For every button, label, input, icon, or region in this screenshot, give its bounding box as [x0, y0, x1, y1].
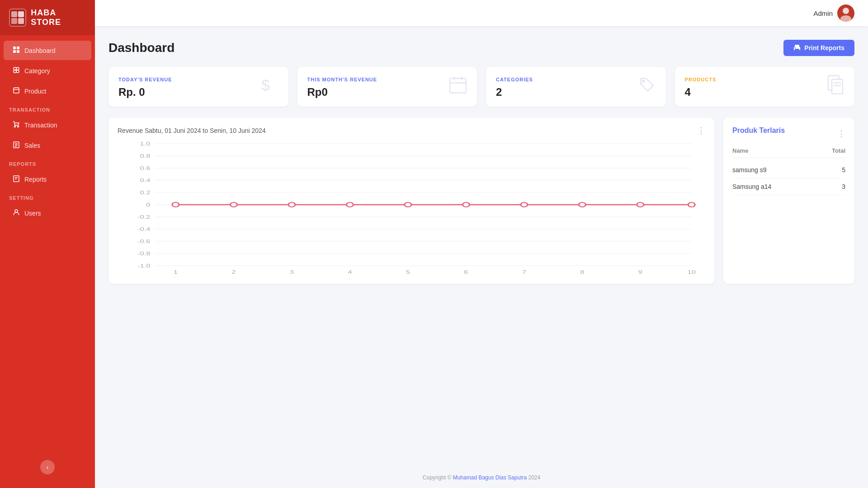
category-icon — [13, 66, 20, 75]
page-title: Dashboard — [108, 41, 175, 55]
svg-text:0.4: 0.4 — [140, 178, 150, 183]
stat-value: Rp. 0 — [118, 86, 278, 99]
stat-cards: TODAY'S REVENUE Rp. 0 $ THIS MONTH'S REV… — [108, 67, 854, 107]
stat-label: TODAY'S REVENUE — [118, 77, 278, 82]
footer-link[interactable]: Muhamad Bagus Dias Saputra — [453, 474, 527, 481]
svg-point-81 — [637, 202, 644, 207]
chart-title: Revenue Sabtu, 01 Juni 2024 to Senin, 10… — [118, 127, 266, 134]
svg-text:1.0: 1.0 — [140, 141, 150, 146]
svg-text:-0.2: -0.2 — [137, 214, 151, 220]
sidebar-item-label: Users — [24, 210, 41, 217]
sidebar-item-transaction[interactable]: Transaction — [4, 115, 91, 135]
dashboard-icon — [13, 46, 20, 55]
svg-text:4: 4 — [348, 269, 352, 275]
svg-text:2: 2 — [231, 269, 236, 275]
sidebar-item-reports[interactable]: Reports — [4, 169, 91, 189]
sidebar-nav: Dashboard Category Product TRANSACTION T… — [0, 35, 95, 488]
sidebar-item-label: Category — [24, 67, 50, 75]
chart-svg: 1.0 0.8 0.6 0.4 0.2 0 -0.2 -0.4 -0.6 -0.… — [118, 139, 705, 275]
stat-label: CATEGORIES — [496, 77, 656, 82]
svg-rect-6 — [13, 50, 16, 53]
svg-point-8 — [14, 67, 16, 70]
svg-rect-7 — [17, 50, 19, 53]
username-label: Admin — [813, 9, 833, 17]
avatar — [837, 5, 854, 22]
svg-rect-1 — [18, 11, 24, 17]
svg-point-36 — [642, 80, 644, 82]
stat-card-today-revenue: TODAY'S REVENUE Rp. 0 $ — [108, 67, 288, 107]
stat-card-products: PRODUCTS 4 — [675, 67, 855, 107]
svg-text:$: $ — [261, 76, 270, 94]
product-icon — [13, 87, 20, 95]
svg-rect-12 — [14, 88, 19, 93]
table-row: Samsung a14 3 — [732, 178, 845, 195]
col-name-header: Name — [732, 147, 748, 154]
svg-point-79 — [521, 202, 528, 207]
svg-point-10 — [14, 70, 16, 73]
chart-card: Revenue Sabtu, 01 Juni 2024 to Senin, 10… — [108, 117, 714, 284]
nav-section-transaction: TRANSACTION — [0, 102, 95, 114]
stat-value: 4 — [685, 86, 845, 99]
svg-text:-0.8: -0.8 — [137, 251, 151, 256]
sidebar-item-label: Reports — [24, 176, 47, 183]
footer-year: 2024 — [528, 474, 540, 481]
svg-point-11 — [16, 70, 19, 73]
print-reports-button[interactable]: Print Reports — [783, 40, 854, 56]
svg-point-74 — [230, 202, 237, 207]
stat-value: Rp0 — [307, 86, 467, 99]
footer: Copyright © Muhamad Bagus Dias Saputra 2… — [95, 467, 868, 488]
svg-text:9: 9 — [638, 269, 642, 275]
svg-point-15 — [18, 126, 19, 127]
main-content: Admin Dashboard Print Reports — [95, 0, 868, 488]
nav-section-reports: REPORTS — [0, 156, 95, 169]
chart-menu-dots[interactable]: ⋮ — [697, 127, 705, 135]
sidebar-item-sales[interactable]: Sales — [4, 136, 91, 155]
svg-point-78 — [462, 202, 469, 207]
col-total-header: Total — [832, 147, 845, 154]
top-products-menu-dots[interactable]: ⋮ — [837, 130, 845, 138]
svg-text:-1.0: -1.0 — [137, 263, 151, 268]
svg-rect-5 — [17, 47, 19, 49]
sidebar-item-product[interactable]: Product — [4, 81, 91, 101]
svg-rect-3 — [18, 18, 24, 24]
sidebar-item-label: Dashboard — [24, 47, 56, 54]
sidebar-item-label: Product — [24, 88, 46, 95]
svg-rect-4 — [13, 47, 16, 49]
svg-text:5: 5 — [406, 269, 410, 275]
sidebar-item-label: Sales — [24, 142, 40, 149]
top-products-title: Produk Terlaris — [732, 127, 785, 135]
svg-rect-30 — [795, 47, 796, 48]
product-name: samsung s9 — [732, 166, 766, 174]
svg-point-23 — [15, 210, 18, 212]
page-header: Dashboard Print Reports — [108, 40, 854, 56]
calendar-icon — [448, 75, 468, 99]
svg-rect-38 — [832, 80, 843, 94]
topbar: Admin — [95, 0, 868, 26]
svg-rect-2 — [11, 18, 17, 24]
sidebar-item-category[interactable]: Category — [4, 61, 91, 80]
file-icon — [826, 75, 845, 99]
sales-icon — [13, 141, 20, 150]
product-total: 5 — [842, 166, 845, 174]
sidebar-item-users[interactable]: Users — [4, 203, 91, 223]
product-total: 3 — [842, 183, 845, 190]
svg-text:0.6: 0.6 — [140, 165, 150, 171]
svg-point-14 — [14, 126, 16, 127]
app-name: HABA STORE — [31, 8, 86, 27]
tag-icon — [637, 75, 657, 99]
svg-text:6: 6 — [464, 269, 468, 275]
nav-section-setting: SETTING — [0, 190, 95, 202]
top-products-card: Produk Terlaris ⋮ Name Total samsung s9 … — [723, 117, 854, 284]
top-products-header: Name Total — [732, 147, 845, 158]
dollar-icon: $ — [259, 75, 279, 99]
sidebar-item-dashboard[interactable]: Dashboard — [4, 41, 91, 60]
svg-text:0.8: 0.8 — [140, 153, 150, 159]
footer-text: Copyright © — [423, 474, 452, 481]
sidebar-toggle-button[interactable]: ‹ — [40, 460, 55, 474]
svg-rect-0 — [11, 11, 17, 17]
svg-text:7: 7 — [522, 269, 526, 275]
sidebar-logo: HABA STORE — [0, 0, 95, 35]
sidebar-item-label: Transaction — [24, 122, 57, 129]
svg-text:10: 10 — [688, 269, 696, 275]
stat-card-monthly-revenue: THIS MONTH'S REVENUE Rp0 — [297, 67, 477, 107]
